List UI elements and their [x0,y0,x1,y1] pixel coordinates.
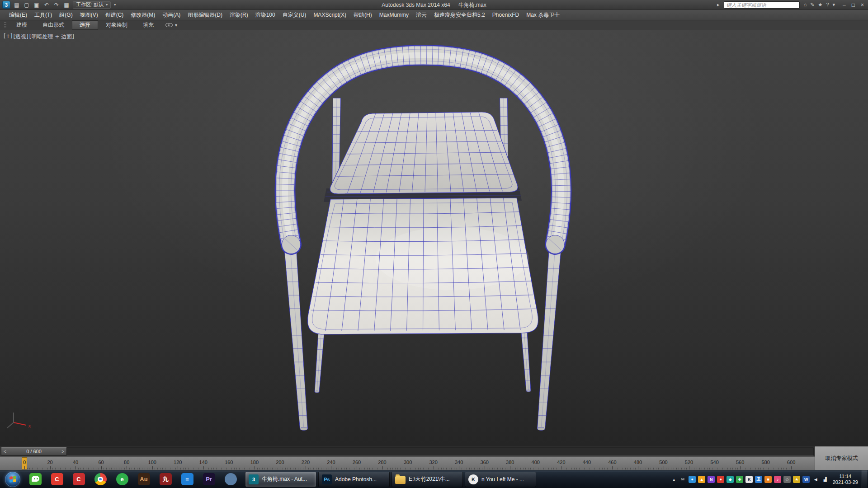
project-icon[interactable]: ▦ [63,2,70,8]
network-icon[interactable]: ▟ [821,474,830,485]
menu-rendercloud[interactable]: 渲云 [412,10,430,20]
menu-slim-archive[interactable]: 极速瘦身安全归档5.2 [430,10,489,20]
volume-icon[interactable]: ◀ [811,474,821,485]
window-3dsmax[interactable]: 3 牛角椅.max - Aut... [245,472,316,487]
premiere-icon[interactable]: Pr [198,470,220,488]
open-folder-icon[interactable]: ▢ [24,2,30,8]
audition-icon[interactable]: Au [133,470,155,488]
tab-modeling[interactable]: 建模 [9,20,35,30]
tab-object-paint[interactable]: 对象绘制 [98,20,135,30]
viewport-menu-label[interactable]: [+] [4,33,12,41]
chair-wireframe-model[interactable]: x [0,30,868,446]
show-hidden-icons-button[interactable]: ▴ [670,477,678,482]
menu-help[interactable]: 帮助(H) [350,10,376,20]
save-icon[interactable]: ▣ [33,2,40,8]
menu-create[interactable]: 创建(C) [102,10,127,20]
ribbon-minimize-icon[interactable] [165,23,173,27]
viewport-shading-label[interactable]: [明暗处理 + 边面] [29,33,74,41]
tray-star-icon[interactable]: ★ [792,474,802,485]
menu-customize[interactable]: 自定义(U) [279,10,310,20]
menu-phoenixfd[interactable]: PhoenixFD [489,10,523,20]
redo-icon[interactable]: ↷ [53,2,60,8]
chrome-icon[interactable] [90,470,111,488]
menu-animation[interactable]: 动画(A) [159,10,184,20]
previous-frame-icon[interactable]: < [4,449,6,454]
tab-selection[interactable]: 选择 [72,20,98,30]
window-photoshop[interactable]: Ps Adobe Photosh... [318,472,390,487]
ribbon-grip-icon[interactable] [4,22,6,28]
track-bar[interactable]: 0204060801001201401601802002202402602803… [0,456,815,470]
tray-guard-icon[interactable]: 卫 [754,474,764,485]
start-button[interactable] [5,472,20,487]
tray-n-icon[interactable]: N [707,474,716,485]
tray-blue-dot-icon[interactable]: ● [688,474,697,485]
tray-mail-icon[interactable]: ✉ [678,474,688,485]
menu-antivirus[interactable]: Max 杀毒卫士 [523,10,563,20]
ribbon-options: ▾ [161,20,181,30]
next-frame-icon[interactable]: > [61,449,64,454]
frame-indicator: 0 / 600 [26,449,42,454]
search-input[interactable] [724,1,800,9]
menu-views[interactable]: 视图(V) [76,10,102,20]
favorites-icon[interactable]: ★ [818,2,823,7]
window-player[interactable]: K n You Left Me - ... [465,472,536,487]
new-file-icon[interactable]: ▤ [14,2,20,8]
blue-round-app-icon[interactable] [220,470,241,488]
cancel-expert-mode-button[interactable]: 取消专家模式 [815,446,868,470]
taskbar-clock[interactable]: 11:14 2021-03-29 [833,474,858,485]
menu-tools[interactable]: 工具(T) [31,10,56,20]
menu-graph-editors[interactable]: 图形编辑器(D) [184,10,226,20]
infocenter-collapse-icon[interactable]: ▸ [717,2,720,7]
menu-group[interactable]: 组(G) [56,10,76,20]
chevron-down-icon: ▾ [106,3,108,7]
home-icon[interactable]: ⌂ [804,2,807,7]
pen-icon[interactable]: ✎ [810,2,814,7]
time-slider-handle[interactable]: < 0 / 600 > [1,447,67,455]
ribbon-tabs: 建模自由形式选择对象绘制填充 [9,20,161,30]
minimize-button[interactable]: – [843,2,846,8]
viewport-pov-label[interactable]: [透视] [13,33,28,41]
menu-maxscript[interactable]: MAXScript(X) [310,10,350,20]
clock-time: 11:14 [833,474,858,479]
blue-list-app-icon[interactable]: ≡ [176,470,198,488]
green-browser-icon[interactable]: e [111,470,133,488]
tray-green-cross-icon[interactable]: ✚ [735,474,745,485]
red-c2-app-icon[interactable]: C [68,470,90,488]
time-slider-track[interactable] [1,447,814,455]
infocenter-caret-icon[interactable]: ▾ [833,2,835,7]
tray-music-icon[interactable]: ♪ [773,474,783,485]
window-explorer[interactable]: E:\天竹2021\牛... [392,472,463,487]
help-icon[interactable]: ? [826,2,829,7]
menubar: 编辑(E)工具(T)组(G)视图(V)创建(C)修改器(M)动画(A)图形编辑器… [0,10,868,20]
animation-controls: < 0 / 600 > 0204060801001201401601802002… [0,446,815,470]
pinned-apps: C C e Au 丸 [24,470,241,488]
menu-modifiers[interactable]: 修改器(M) [127,10,159,20]
tray-red-dot-icon[interactable]: ● [716,474,726,485]
menu-edit[interactable]: 编辑(E) [5,10,31,20]
menu-maxmummy[interactable]: MaxMummy [376,10,412,20]
quick-access-overflow-icon[interactable]: ▾ [114,3,116,7]
red-c-app-icon[interactable]: C [46,470,68,488]
infocenter-icons: ⌂✎★?▾ [804,2,835,7]
perspective-viewport[interactable]: [+] [透视] [明暗处理 + 边面] x [0,30,868,446]
application-menu-button[interactable]: 3 [2,1,10,9]
file-title: 牛角椅.max [458,1,486,9]
chevron-down-icon[interactable]: ▾ [175,23,177,28]
close-button[interactable]: × [861,2,864,8]
tray-shield-icon[interactable]: ▲ [697,474,707,485]
menu-render100[interactable]: 渲染100 [252,10,279,20]
tab-populate[interactable]: 填充 [135,20,161,30]
wan-app-icon[interactable]: 丸 [155,470,176,488]
workspace-selector[interactable]: 工作区: 默认 ▾ [73,1,111,9]
tray-gray-icon[interactable]: ◇ [783,474,792,485]
tray-w-icon[interactable]: W [802,474,811,485]
menu-rendering[interactable]: 渲染(R) [226,10,252,20]
tray-teal-icon[interactable]: ◆ [726,474,735,485]
wechat-icon[interactable] [24,470,46,488]
tray-k-icon[interactable]: K [745,474,754,485]
tab-freeform[interactable]: 自由形式 [35,20,72,30]
maximize-button[interactable]: □ [852,2,855,8]
tray-orange-icon[interactable]: ■ [764,474,773,485]
undo-icon[interactable]: ↶ [43,2,50,8]
show-desktop-button[interactable] [862,470,867,488]
